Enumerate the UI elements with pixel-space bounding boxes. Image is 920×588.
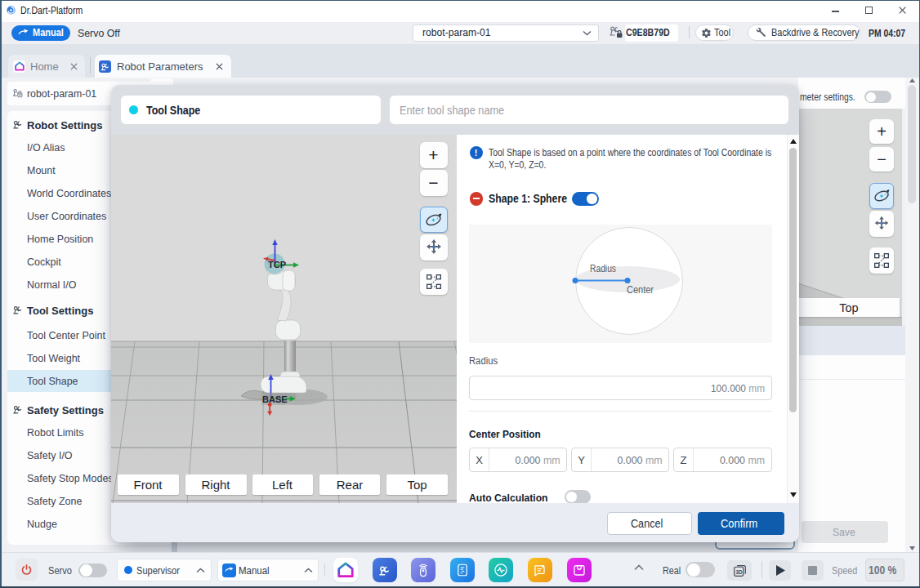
svg-text:TCP: TCP xyxy=(268,260,286,270)
svg-text:Radius: Radius xyxy=(590,263,616,274)
svg-text:3D: 3D xyxy=(735,568,743,574)
svg-text:BASE: BASE xyxy=(262,394,288,404)
svg-text:Center: Center xyxy=(627,284,654,296)
